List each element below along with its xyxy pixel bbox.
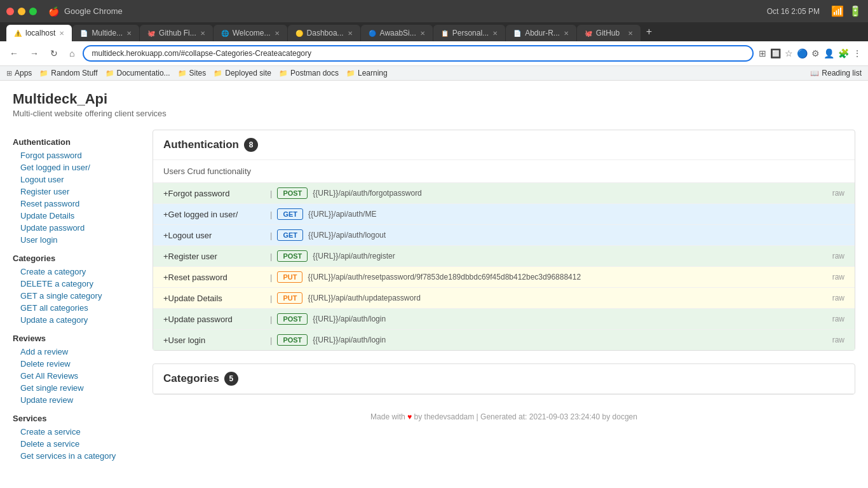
api-row-logout-user[interactable]: +Logout user | GET {{URL}}/api/auth/logo… (153, 225, 855, 246)
tab-github-fi[interactable]: 🐙 Github Fi... ✕ (140, 25, 213, 41)
sidebar-item-create-a-service[interactable]: Create a service (13, 426, 127, 438)
bookmark-learning[interactable]: 📁 Learning (346, 69, 388, 78)
api-url-reset-password: {{URL}}/api/auth/resetpassword/9f7853de1… (308, 273, 827, 281)
sidebar-item-get-all-reviews[interactable]: Get All Reviews (13, 370, 127, 382)
sidebar-item-register-user[interactable]: Register user (13, 186, 127, 198)
sidebar-item-get-a-single-category[interactable]: GET a single category (13, 290, 127, 302)
sidebar-item-get-logged-in-user[interactable]: Get logged in user/ (13, 161, 127, 173)
browser-title: Google Chrome (64, 6, 123, 16)
tab-abdur[interactable]: 📄 Abdur-R... ✕ (506, 25, 576, 41)
separator: | (270, 210, 272, 219)
folder-icon: 📁 (178, 69, 187, 78)
method-badge-put: PUT (277, 271, 302, 283)
tab-close-github-fi[interactable]: ✕ (200, 30, 205, 37)
api-name-forgot-password: +Forgot password (163, 189, 265, 198)
tab-label: GitHub (596, 29, 620, 37)
bookmark-sites[interactable]: 📁 Sites (178, 69, 207, 78)
api-raw-update-password[interactable]: raw (832, 315, 844, 323)
bookmark-deployed-site[interactable]: 📁 Deployed site (214, 69, 271, 78)
sidebar-item-get-single-review[interactable]: Get single review (13, 382, 127, 394)
api-raw-update-details[interactable]: raw (832, 294, 844, 302)
sidebar-item-create-a-category[interactable]: Create a category (13, 266, 127, 278)
sidebar-item-delete-a-category[interactable]: DELETE a category (13, 278, 127, 290)
api-row-reset-password[interactable]: +Reset password | PUT {{URL}}/api/auth/r… (153, 267, 855, 288)
tab-awaabsi[interactable]: 🔵 AwaabSi... ✕ (361, 25, 433, 41)
bookmark-reading-list[interactable]: 📖 Reading list (810, 69, 862, 78)
api-row-user-login[interactable]: +User login | POST {{URL}}/api/auth/logi… (153, 330, 855, 350)
tab-welcome[interactable]: 🌐 Welcome... ✕ (214, 25, 287, 41)
sidebar-item-user-login[interactable]: User login (13, 234, 127, 246)
api-raw-register-user[interactable]: raw (832, 252, 844, 261)
api-raw-user-login[interactable]: raw (832, 336, 844, 344)
folder-icon: 📁 (39, 69, 48, 78)
refresh-button[interactable]: ↻ (47, 47, 61, 60)
sidebar-item-get-services-in-a-category[interactable]: Get services in a category (13, 450, 127, 462)
separator: | (270, 273, 272, 282)
sidebar-item-delete-a-service[interactable]: Delete a service (13, 438, 127, 450)
sidebar-item-update-a-category[interactable]: Update a category (13, 314, 127, 326)
sidebar-item-reset-password[interactable]: Reset password (13, 198, 127, 210)
bookmark-documentation[interactable]: 📁 Documentatio... (105, 69, 170, 78)
sidebar-item-get-all-categories[interactable]: GET all categories (13, 302, 127, 314)
profile-icon[interactable]: 👤 (824, 48, 834, 58)
traffic-light-minimize[interactable] (18, 8, 25, 15)
traffic-light-fullscreen[interactable] (29, 8, 37, 15)
tab-close-dashboard[interactable]: ✕ (348, 30, 353, 37)
sidebar: Authentication Forgot password Get logge… (0, 123, 140, 483)
home-button[interactable]: ⌂ (66, 47, 78, 60)
tab-personal[interactable]: 📋 Personal... ✕ (433, 25, 505, 41)
extensions-icon[interactable]: 🧩 (838, 48, 849, 58)
api-row-update-details[interactable]: +Update Details | PUT {{URL}}/api/auth/u… (153, 288, 855, 309)
api-row-get-logged-in-user[interactable]: +Get logged in user/ | GET {{URL}}/api/a… (153, 204, 855, 225)
tab-close-localhost[interactable]: ✕ (59, 30, 64, 37)
address-input[interactable] (83, 45, 754, 62)
tab-favicon: 🌐 (221, 30, 229, 37)
extension-icon[interactable]: 🔵 (797, 48, 808, 58)
authentication-section-title: Authentication (163, 139, 239, 151)
tab-close-awaabsi[interactable]: ✕ (420, 30, 425, 37)
back-button[interactable]: ← (6, 47, 22, 60)
tab-close-abdur[interactable]: ✕ (564, 30, 569, 37)
forward-button[interactable]: → (27, 47, 42, 60)
address-bar: ← → ↻ ⌂ ⊞ 🔲 ☆ 🔵 ⚙ 👤 🧩 ⋮ (0, 41, 868, 66)
api-raw-reset-password[interactable]: raw (832, 273, 844, 281)
tab-close-welcome[interactable]: ✕ (275, 30, 280, 37)
sidebar-item-update-password[interactable]: Update password (13, 222, 127, 234)
sidebar-item-logout-user[interactable]: Logout user (13, 173, 127, 186)
tab-dashboard[interactable]: 🟡 Dashboa... ✕ (288, 25, 360, 41)
tab-close-personal[interactable]: ✕ (492, 30, 498, 37)
bookmark-documentation-label: Documentatio... (117, 69, 170, 78)
reader-icon[interactable]: ⊞ (759, 48, 766, 58)
separator: | (270, 294, 272, 303)
tab-github[interactable]: 🐙 GitHub ✕ (577, 25, 641, 41)
api-row-forgot-password[interactable]: +Forgot password | POST {{URL}}/api/auth… (153, 183, 855, 204)
tab-close-github[interactable]: ✕ (628, 30, 633, 37)
tabs-bar: ⚠️ localhost ✕ 📄 Multide... ✕ 🐙 Github F… (0, 22, 868, 41)
traffic-light-close[interactable] (6, 8, 14, 15)
tab-close-multideck[interactable]: ✕ (126, 30, 132, 37)
page-title: Multideck_Api (13, 91, 855, 107)
api-row-update-password[interactable]: +Update password | POST {{URL}}/api/auth… (153, 309, 855, 330)
tab-localhost[interactable]: ⚠️ localhost ✕ (6, 25, 72, 41)
bookmark-apps[interactable]: ⊞ Apps (6, 69, 32, 78)
sidebar-item-update-review[interactable]: Update review (13, 394, 127, 406)
sidebar-section-services: Services (13, 414, 127, 423)
bookmark-icon[interactable]: ☆ (785, 48, 793, 58)
tab-multideck[interactable]: 📄 Multide... ✕ (72, 25, 139, 41)
method-badge-post: POST (277, 334, 308, 346)
bookmark-postman-docs[interactable]: 📁 Postman docs (279, 69, 339, 78)
sidebar-item-delete-review[interactable]: Delete review (13, 358, 127, 370)
menu-icon[interactable]: ⋮ (853, 48, 862, 58)
bookmark-random-stuff[interactable]: 📁 Random Stuff (39, 69, 97, 78)
reading-list-icon: 📖 (810, 69, 819, 78)
new-tab-button[interactable]: + (641, 22, 657, 41)
settings-icon[interactable]: ⚙ (811, 48, 820, 58)
sidebar-item-forgot-password[interactable]: Forgot password (13, 149, 127, 161)
sidebar-item-update-details[interactable]: Update Details (13, 210, 127, 222)
api-url-update-details: {{URL}}/api/auth/updatepassword (308, 294, 827, 302)
page-header: Multideck_Api Multi-client website offer… (0, 81, 868, 123)
api-raw-forgot-password[interactable]: raw (832, 189, 844, 198)
api-row-register-user[interactable]: +Register user | POST {{URL}}/api/auth/r… (153, 246, 855, 267)
sidebar-item-add-a-review[interactable]: Add a review (13, 346, 127, 358)
screenshot-icon[interactable]: 🔲 (770, 48, 781, 58)
